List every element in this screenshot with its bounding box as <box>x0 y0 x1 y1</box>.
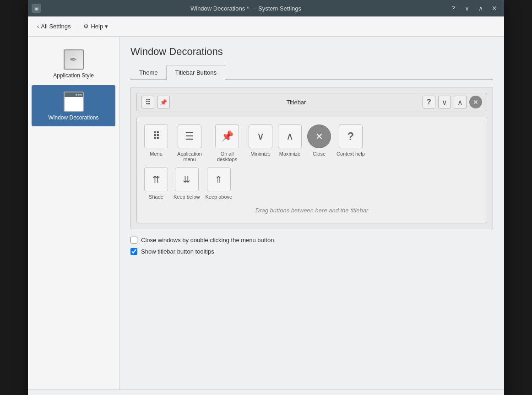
close-btn-icon: ✕ <box>307 124 331 148</box>
pool-button-keep-below[interactable]: ⇊ Keep below <box>174 168 200 200</box>
main-content: ✒ Application Style Window <box>28 37 504 390</box>
pool-button-maximize[interactable]: ∧ Maximize <box>278 124 302 162</box>
pool-button-application-menu[interactable]: ☰ Application menu <box>174 124 206 162</box>
tab-theme-label: Theme <box>139 69 157 76</box>
pool-button-shade[interactable]: ⇈ Shade <box>144 168 168 200</box>
on-all-desktops-btn-icon: 📌 <box>215 124 239 148</box>
window-decorations-icon <box>63 91 85 113</box>
help-icon: ⚙ <box>83 23 89 30</box>
shade-btn-icon: ⇈ <box>144 168 168 191</box>
preview-titlebar: ⠿ 📌 Titlebar ? ∨ ∧ ✕ <box>136 93 487 111</box>
tab-bar: Theme Titlebar Buttons <box>130 65 493 80</box>
window-icon: ▣ <box>32 4 41 13</box>
preview-btn-maximize[interactable]: ∧ <box>454 96 467 108</box>
buttons-grid: ⠿ Menu ☰ Application menu <box>144 124 479 162</box>
titlebar-close-btn[interactable]: ✕ <box>489 2 500 14</box>
titlebar-preview-area: ⠿ 📌 Titlebar ? ∨ ∧ ✕ <box>130 87 493 229</box>
titlebar-controls: ? ∨ ∧ ✕ <box>447 2 500 14</box>
help-label: Help <box>91 23 103 30</box>
context-help-glyph-icon: ? <box>347 130 354 143</box>
preview-btn-pin[interactable]: 📌 <box>157 96 170 108</box>
sidebar-item-window-decorations-label: Window Decorations <box>48 114 98 121</box>
pool-button-keep-above[interactable]: ⇑ Keep above <box>206 168 233 200</box>
app-style-glyph: ✒ <box>70 54 77 65</box>
buttons-grid-row2: ⇈ Shade ⇊ Keep below <box>144 168 479 200</box>
preview-titlebar-title: Titlebar <box>170 99 423 106</box>
preview-btn-help[interactable]: ? <box>423 96 435 108</box>
on-all-desktops-btn-label: On all desktops <box>211 151 243 162</box>
application-menu-btn-label: Application menu <box>174 151 206 162</box>
shade-btn-label: Shade <box>149 194 163 200</box>
menu-btn-label: Menu <box>150 151 163 157</box>
checkbox-row-double-click: Close windows by double clicking the men… <box>130 237 493 243</box>
back-arrow-icon: ‹ <box>37 23 39 30</box>
back-label: All Settings <box>41 23 71 30</box>
bottom-bar: ⚙ Help ↺ Defaults ↶ Reset ✓ Apply <box>28 390 504 395</box>
application-menu-btn-icon: ☰ <box>178 124 201 148</box>
maximize-btn-label: Maximize <box>279 151 300 157</box>
keep-below-btn-icon: ⇊ <box>175 168 199 191</box>
double-click-close-checkbox[interactable] <box>130 237 137 243</box>
preview-btn-minimize[interactable]: ∨ <box>438 96 451 108</box>
help-menu-button[interactable]: ⚙ Help ▾ <box>80 21 112 32</box>
shade-glyph-icon: ⇈ <box>152 174 160 185</box>
menu-glyph-icon: ⠿ <box>152 130 160 142</box>
application-menu-glyph-icon: ☰ <box>185 130 194 142</box>
double-click-close-label: Close windows by double clicking the men… <box>141 237 274 243</box>
pin-icon: 📌 <box>221 130 233 142</box>
application-style-icon: ✒ <box>63 49 85 70</box>
preview-btn-close[interactable]: ✕ <box>469 96 482 108</box>
preview-btn-menu[interactable]: ⠿ <box>141 96 154 108</box>
main-window: ▣ Window Decorations * — System Settings… <box>28 0 504 395</box>
help-dropdown-icon: ▾ <box>105 23 108 30</box>
drag-hint: Drag buttons between here and the titleb… <box>144 200 479 216</box>
keep-above-btn-icon: ⇑ <box>207 168 231 191</box>
sidebar-item-window-decorations[interactable]: Window Decorations <box>32 85 115 126</box>
pool-button-menu[interactable]: ⠿ Menu <box>144 124 168 162</box>
minimize-btn-icon: ∨ <box>249 124 272 148</box>
sidebar: ✒ Application Style Window <box>28 37 119 390</box>
back-button[interactable]: ‹ All Settings <box>33 21 74 32</box>
pool-button-close[interactable]: ✕ Close <box>307 124 331 162</box>
context-help-btn-icon: ? <box>339 124 363 148</box>
content-area: Window Decorations Theme Titlebar Button… <box>119 37 504 390</box>
close-icon: ✕ <box>473 98 478 106</box>
pool-button-on-all-desktops[interactable]: 📌 On all desktops <box>211 124 243 162</box>
keep-above-btn-label: Keep above <box>206 194 233 200</box>
preview-titlebar-left: ⠿ 📌 <box>141 96 170 108</box>
minimize-glyph-icon: ∨ <box>257 130 264 142</box>
titlebar-minimize-btn[interactable]: ∨ <box>461 2 473 14</box>
pool-button-context-help[interactable]: ? Context help <box>337 124 365 162</box>
titlebar-maximize-btn[interactable]: ∧ <box>475 2 487 14</box>
menu-btn-icon: ⠿ <box>144 124 168 148</box>
show-tooltips-label: Show titlebar button tooltips <box>141 248 214 255</box>
window-title: Window Decorations * — System Settings <box>44 5 447 12</box>
menu-icon: ⠿ <box>145 98 151 107</box>
keep-above-glyph-icon: ⇑ <box>215 174 223 185</box>
context-help-btn-label: Context help <box>337 151 365 157</box>
keep-below-btn-label: Keep below <box>174 194 200 200</box>
preview-titlebar-right: ? ∨ ∧ ✕ <box>423 96 482 108</box>
close-btn-label: Close <box>313 151 326 157</box>
checkboxes-section: Close windows by double clicking the men… <box>130 237 493 255</box>
show-tooltips-checkbox[interactable] <box>130 248 137 255</box>
maximize-btn-icon: ∧ <box>278 124 302 148</box>
tab-titlebar-buttons[interactable]: Titlebar Buttons <box>166 65 225 80</box>
tab-titlebar-buttons-label: Titlebar Buttons <box>175 69 217 76</box>
pool-button-minimize[interactable]: ∨ Minimize <box>249 124 272 162</box>
topbar: ‹ All Settings ⚙ Help ▾ <box>28 16 504 37</box>
keep-below-glyph-icon: ⇊ <box>183 174 190 185</box>
tab-theme[interactable]: Theme <box>130 65 166 80</box>
page-title: Window Decorations <box>130 46 493 58</box>
window-titlebar: ▣ Window Decorations * — System Settings… <box>28 0 504 16</box>
maximize-glyph-icon: ∧ <box>286 130 293 142</box>
sidebar-item-application-style[interactable]: ✒ Application Style <box>32 43 115 84</box>
minimize-btn-label: Minimize <box>250 151 270 157</box>
close-glyph-icon: ✕ <box>315 131 323 142</box>
titlebar-help-btn[interactable]: ? <box>447 2 459 14</box>
sidebar-item-application-style-label: Application Style <box>53 72 94 79</box>
checkbox-row-tooltips: Show titlebar button tooltips <box>130 248 493 255</box>
buttons-pool: ⠿ Menu ☰ Application menu <box>136 117 487 223</box>
